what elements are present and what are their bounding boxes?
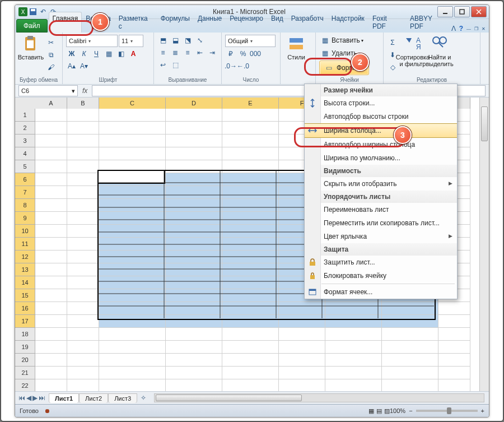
cell[interactable] xyxy=(166,147,222,160)
row-head-6[interactable]: 6 xyxy=(15,173,35,186)
view-layout-icon[interactable]: ▤ xyxy=(376,407,382,415)
cell[interactable] xyxy=(222,328,279,341)
zoom-slider[interactable] xyxy=(416,410,478,412)
row-head-10[interactable]: 10 xyxy=(15,225,35,238)
cell[interactable] xyxy=(325,341,382,354)
cell[interactable] xyxy=(279,341,325,354)
menu-item[interactable]: Цвет ярлычка▶ xyxy=(305,230,457,243)
cell[interactable] xyxy=(99,328,166,341)
dec-decimal-icon[interactable]: ←.0 xyxy=(237,61,249,72)
tab-2[interactable]: Разметка с xyxy=(115,12,157,33)
insert-cells-button[interactable]: ▦ Вставить▾ xyxy=(319,35,363,46)
row-head-20[interactable]: 20 xyxy=(15,354,35,367)
row-head-18[interactable]: 18 xyxy=(15,328,35,341)
cell[interactable] xyxy=(35,276,67,289)
shrink-font-icon[interactable]: A▾ xyxy=(78,61,90,72)
macro-record-icon[interactable]: ⏺ xyxy=(44,407,50,414)
doc-restore-icon[interactable]: ❐ xyxy=(474,26,478,31)
maximize-button[interactable] xyxy=(454,6,470,17)
row-head-9[interactable]: 9 xyxy=(15,212,35,225)
align-bottom-icon[interactable]: ⬔ xyxy=(182,35,193,46)
menu-item[interactable]: Высота строки... xyxy=(305,96,457,110)
cell[interactable] xyxy=(35,212,67,225)
sum-icon[interactable]: Σ xyxy=(387,37,398,48)
cell[interactable] xyxy=(166,135,222,147)
vertical-scrollbar[interactable] xyxy=(479,98,489,391)
cell[interactable] xyxy=(35,341,67,354)
row-head-17[interactable]: 17 xyxy=(15,315,35,328)
col-head-C[interactable]: C xyxy=(99,98,166,109)
menu-item[interactable]: Ширина по умолчанию... xyxy=(305,151,457,165)
indent-inc-icon[interactable]: ⇥ xyxy=(207,47,218,58)
cell[interactable] xyxy=(166,367,222,379)
row-head-4[interactable]: 4 xyxy=(15,147,35,160)
cell[interactable] xyxy=(35,225,67,238)
wrap-text-icon[interactable]: ↩ xyxy=(157,59,169,71)
cell[interactable] xyxy=(35,238,67,251)
zoom-control[interactable]: 100% − + xyxy=(390,407,484,414)
zoom-in-icon[interactable]: + xyxy=(481,407,484,414)
cell[interactable] xyxy=(438,379,470,391)
bold-icon[interactable]: Ж xyxy=(66,48,77,59)
row-head-8[interactable]: 8 xyxy=(15,199,35,212)
save-icon[interactable] xyxy=(29,7,38,16)
cell[interactable] xyxy=(222,354,279,367)
cell[interactable] xyxy=(222,109,279,122)
cell[interactable] xyxy=(438,367,470,379)
cell[interactable] xyxy=(325,354,382,367)
cell[interactable] xyxy=(35,173,67,186)
cell[interactable] xyxy=(438,302,470,315)
cell[interactable] xyxy=(67,225,99,238)
row-head-16[interactable]: 16 xyxy=(15,302,35,315)
cell[interactable] xyxy=(67,122,99,135)
italic-icon[interactable]: К xyxy=(78,48,90,59)
tab-4[interactable]: Данные xyxy=(194,12,226,33)
cell[interactable] xyxy=(438,328,470,341)
sort-filter-button[interactable]: AЯ Сортировка и фильтр xyxy=(400,35,425,67)
sheet-tab-2[interactable]: Лист3 xyxy=(108,393,137,403)
cell[interactable] xyxy=(67,328,99,341)
cell[interactable] xyxy=(99,379,166,391)
cell[interactable] xyxy=(35,135,67,147)
cell[interactable] xyxy=(67,276,99,289)
row-head-22[interactable]: 22 xyxy=(15,379,35,391)
cell[interactable] xyxy=(222,122,279,135)
sheet-tab-1[interactable]: Лист2 xyxy=(79,393,108,403)
align-center-icon[interactable]: ≣ xyxy=(170,47,181,58)
row-head-5[interactable]: 5 xyxy=(15,160,35,173)
cell[interactable] xyxy=(382,354,438,367)
sheet-nav-prev-icon[interactable]: ◀ xyxy=(26,394,31,402)
cell[interactable] xyxy=(67,289,99,302)
cell[interactable] xyxy=(166,341,222,354)
row-head-21[interactable]: 21 xyxy=(15,367,35,379)
new-sheet-icon[interactable]: ✧ xyxy=(137,394,150,402)
tab-9[interactable]: Foxit PDF xyxy=(368,12,406,33)
doc-close-icon[interactable]: ✕ xyxy=(482,26,486,31)
cell[interactable] xyxy=(67,135,99,147)
cell[interactable] xyxy=(35,186,67,199)
cell[interactable] xyxy=(67,379,99,391)
sheet-nav-first-icon[interactable]: ⏮ xyxy=(18,394,25,402)
cell[interactable] xyxy=(67,173,99,186)
close-button[interactable] xyxy=(471,6,487,17)
cell[interactable] xyxy=(99,341,166,354)
row-head-12[interactable]: 12 xyxy=(15,251,35,263)
tab-file[interactable]: Файл xyxy=(16,19,48,33)
cell[interactable] xyxy=(67,263,99,276)
cell[interactable] xyxy=(35,367,67,379)
cell[interactable] xyxy=(325,328,382,341)
cell[interactable] xyxy=(99,122,166,135)
help-icon[interactable]: ? xyxy=(459,25,463,33)
align-middle-icon[interactable]: ⬓ xyxy=(170,35,181,46)
cell[interactable] xyxy=(166,379,222,391)
cell[interactable] xyxy=(35,315,67,328)
menu-item[interactable]: Переместить или скопировать лист... xyxy=(305,216,457,230)
row-head-3[interactable]: 3 xyxy=(15,135,35,147)
menu-item[interactable]: Блокировать ячейку xyxy=(305,269,457,282)
cell[interactable] xyxy=(67,315,99,328)
row-head-19[interactable]: 19 xyxy=(15,341,35,354)
underline-icon[interactable]: Ч xyxy=(91,48,102,59)
cut-icon[interactable]: ✂ xyxy=(45,37,57,48)
cell[interactable] xyxy=(166,354,222,367)
tab-8[interactable]: Надстройк xyxy=(328,12,368,33)
